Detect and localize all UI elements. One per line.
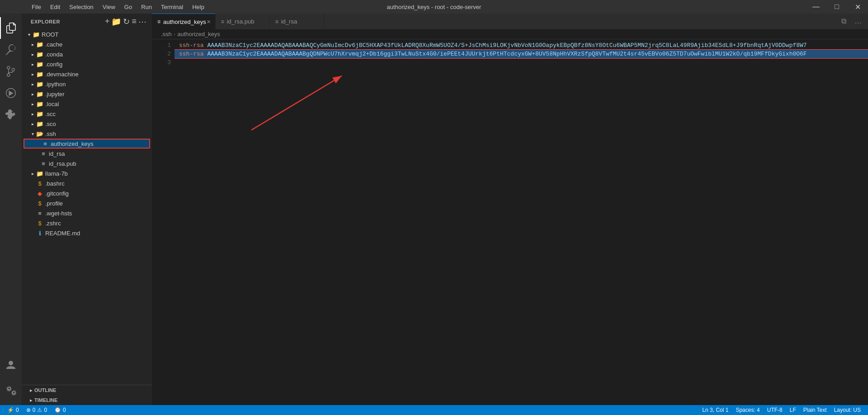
code-line-1: ssh-rsa AAAAB3NzaC1yc2EAAAADAQABAAABAQCy…	[175, 41, 868, 50]
cache-arrow: ▸	[29, 41, 36, 48]
tree-item-gitconfig[interactable]: ◆ .gitconfig	[22, 188, 152, 198]
tab-authorized-keys[interactable]: ≡ authorized_keys ×	[152, 14, 216, 29]
key-type-2: ssh-rsa	[179, 51, 204, 57]
tree-item-authorized-keys[interactable]: ≡ authorized_keys	[24, 139, 150, 149]
outline-section[interactable]: ▸ OUTLINE	[22, 385, 152, 395]
scc-arrow: ▸	[29, 110, 36, 117]
tree-item-sco[interactable]: ▸ 📁 .sco	[22, 119, 152, 129]
status-errors[interactable]: ⊗ 0 ⚠ 0	[23, 405, 51, 415]
source-control-activity-icon[interactable]	[0, 61, 22, 82]
devmachine-arrow: ▸	[29, 70, 36, 78]
tree-item-conda[interactable]: ▸ 📁 .conda	[22, 49, 152, 59]
jupyter-label: .jupyter	[45, 91, 65, 98]
watch-icon: ⌚	[54, 407, 61, 413]
menu-edit[interactable]: Edit	[46, 2, 65, 12]
scc-label: .scc	[45, 111, 56, 117]
ssh-label: .ssh	[45, 131, 56, 137]
editor-content[interactable]: 1 2 3 ssh-rsa AAAAB3NzaC1yc2EAAAADAQABAA…	[152, 39, 868, 405]
language-label: Plain Text	[803, 407, 827, 413]
menu-run[interactable]: Run	[137, 2, 156, 12]
cache-folder-icon: 📁	[36, 41, 43, 48]
tree-item-id-rsa[interactable]: ≡ id_rsa	[22, 149, 152, 159]
settings-activity-icon[interactable]	[0, 380, 22, 401]
status-language[interactable]: Plain Text	[800, 405, 830, 415]
readme-label: README.md	[45, 230, 80, 237]
root-collapse-arrow: ▾	[25, 31, 33, 38]
tabs-bar: ≡ authorized_keys × ≡ id_rsa.pub ≡ id_rs…	[152, 14, 868, 29]
status-spaces[interactable]: Spaces: 4	[732, 405, 763, 415]
tab-id-rsa[interactable]: ≡ id_rsa	[270, 14, 324, 29]
status-watch[interactable]: ⌚ 0	[51, 405, 70, 415]
breadcrumb-authorized-keys[interactable]: authorized_keys	[177, 31, 220, 37]
local-arrow: ▸	[29, 100, 36, 107]
search-activity-icon[interactable]	[0, 39, 22, 61]
new-file-icon[interactable]: +	[105, 17, 110, 27]
timeline-section[interactable]: ▸ TIMELINE	[22, 395, 152, 405]
remote-icon: ⚡	[7, 407, 14, 413]
close-button[interactable]: ✕	[847, 0, 868, 14]
menu-terminal[interactable]: Terminal	[156, 2, 188, 12]
refresh-icon[interactable]: ↻	[123, 17, 130, 27]
code-line-3	[175, 58, 868, 67]
tree-item-zshrc[interactable]: $ .zshrc	[22, 218, 152, 228]
menu-help[interactable]: Help	[188, 2, 209, 12]
tree-item-config[interactable]: ▸ 📁 .config	[22, 59, 152, 69]
maximize-button[interactable]: □	[826, 0, 847, 14]
tree-item-ssh[interactable]: ▾ 📂 .ssh	[22, 129, 152, 139]
tree-item-llama[interactable]: ▸ 📁 llama-7b	[22, 168, 152, 178]
status-position[interactable]: Ln 3, Col 1	[698, 405, 732, 415]
tree-item-profile[interactable]: $ .profile	[22, 198, 152, 208]
status-layout[interactable]: Layout: US	[830, 405, 864, 415]
more-tabs-button[interactable]: …	[852, 15, 864, 28]
tree-item-readme[interactable]: ℹ README.md	[22, 228, 152, 238]
breadcrumb-ssh[interactable]: .ssh	[161, 31, 172, 37]
config-arrow: ▸	[29, 61, 36, 68]
code-editor[interactable]: ssh-rsa AAAAB3NzaC1yc2EAAAADAQABAAABAQCy…	[175, 39, 868, 405]
status-encoding[interactable]: UTF-8	[764, 405, 786, 415]
tree-item-bashrc[interactable]: $ .bashrc	[22, 178, 152, 188]
layout-label: Layout: US	[834, 407, 861, 413]
explorer-activity-icon[interactable]	[0, 17, 22, 39]
id-rsa-pub-tab-label: id_rsa.pub	[227, 18, 255, 25]
llama-folder-icon: 📁	[36, 170, 43, 177]
tab-id-rsa-pub[interactable]: ≡ id_rsa.pub	[216, 14, 270, 29]
llama-label: llama-7b	[45, 170, 68, 177]
ipython-label: .ipython	[45, 81, 66, 88]
more-icon[interactable]: ⋯	[138, 17, 146, 27]
new-folder-icon[interactable]: 📁	[111, 17, 121, 27]
split-editor-button[interactable]: ⧉	[837, 15, 850, 28]
readme-file-icon: ℹ	[36, 229, 43, 237]
devmachine-label: .devmachine	[45, 71, 79, 78]
authorized-keys-tab-close[interactable]: ×	[205, 18, 212, 25]
run-activity-icon[interactable]	[0, 82, 22, 104]
tree-item-ipython[interactable]: ▸ 📁 .ipython	[22, 79, 152, 89]
tree-item-local[interactable]: ▸ 📁 .local	[22, 99, 152, 109]
tree-item-devmachine[interactable]: ▸ 📁 .devmachine	[22, 69, 152, 79]
menu-view[interactable]: View	[98, 2, 120, 12]
tree-item-scc[interactable]: ▸ 📁 .scc	[22, 109, 152, 119]
id-rsa-tab-label: id_rsa	[281, 18, 297, 25]
title-bar: File Edit Selection View Go Run Terminal…	[0, 0, 868, 14]
minimize-button[interactable]: —	[806, 0, 826, 14]
tree-item-cache[interactable]: ▸ 📁 .cache	[22, 39, 152, 49]
tree-item-wget-hsts[interactable]: ≡ .wget-hsts	[22, 208, 152, 218]
authorized-keys-tab-icon: ≡	[157, 19, 160, 25]
local-folder-icon: 📁	[36, 100, 43, 107]
status-eol[interactable]: LF	[786, 405, 800, 415]
tree-root[interactable]: ▾ 📁 ROOT	[22, 29, 152, 39]
llama-arrow: ▸	[29, 170, 36, 177]
status-remote[interactable]: ⚡ 0	[4, 405, 23, 415]
accounts-activity-icon[interactable]	[0, 354, 22, 376]
bashrc-file-icon: $	[36, 180, 43, 187]
tree-item-jupyter[interactable]: ▸ 📁 .jupyter	[22, 89, 152, 99]
breadcrumb-sep-1: ›	[174, 31, 175, 37]
profile-file-icon: $	[36, 200, 43, 207]
sidebar-actions: + 📁 ↻ ≡ ⋯	[105, 17, 146, 27]
menu-file[interactable]: File	[27, 2, 46, 12]
menu-go[interactable]: Go	[120, 2, 137, 12]
collapse-icon[interactable]: ≡	[132, 17, 137, 27]
ssh-folder-icon: 📂	[36, 130, 43, 137]
tree-item-id-rsa-pub[interactable]: ≡ id_rsa.pub	[22, 159, 152, 168]
extensions-activity-icon[interactable]	[0, 104, 22, 126]
menu-selection[interactable]: Selection	[65, 2, 98, 12]
